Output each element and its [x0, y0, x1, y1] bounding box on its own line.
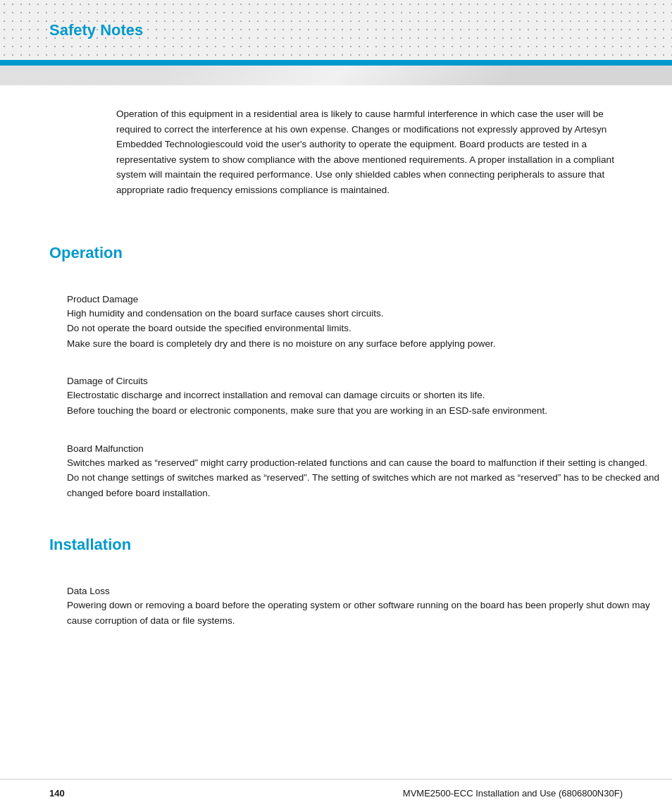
note-1-title: Product Damage [67, 294, 672, 304]
footer: 140 MVME2500-ECC Installation and Use (6… [0, 779, 672, 807]
intro-text: Operation of this equipment in a residen… [116, 106, 623, 198]
note-2-body: Electrostatic discharge and incorrect in… [67, 388, 672, 418]
operation-section: Operation Product Damage High humidity a… [0, 233, 672, 501]
blue-accent-bar [0, 60, 672, 66]
note-1-body: High humidity and condensation on the bo… [67, 306, 672, 352]
operation-heading-wrapper: Operation [0, 233, 672, 294]
header: Safety Notes [0, 0, 672, 60]
note-3-body: Switches marked as “reserved” might carr… [67, 455, 672, 501]
gray-separator [0, 66, 672, 85]
operation-heading: Operation [49, 244, 623, 262]
operation-note-2: Damage of Circuits Electrostatic dischar… [0, 376, 672, 418]
operation-note-3: Board Malfunction Switches marked as “re… [0, 443, 672, 501]
page-title: Safety Notes [49, 21, 143, 39]
install-note-1-title: Data Loss [67, 586, 672, 596]
footer-document-title: MVME2500-ECC Installation and Use (68068… [403, 788, 623, 799]
note-2-title: Damage of Circuits [67, 376, 672, 386]
installation-section: Installation Data Loss Powering down or … [0, 525, 672, 628]
intro-section: Operation of this equipment in a residen… [0, 85, 672, 233]
install-note-1-body: Powering down or removing a board before… [67, 598, 672, 628]
installation-note-1: Data Loss Powering down or removing a bo… [0, 586, 672, 628]
operation-note-1: Product Damage High humidity and condens… [0, 294, 672, 352]
footer-page-number: 140 [49, 788, 65, 799]
note-3-title: Board Malfunction [67, 443, 672, 454]
installation-heading-wrapper: Installation [0, 525, 672, 586]
installation-heading: Installation [49, 536, 623, 554]
